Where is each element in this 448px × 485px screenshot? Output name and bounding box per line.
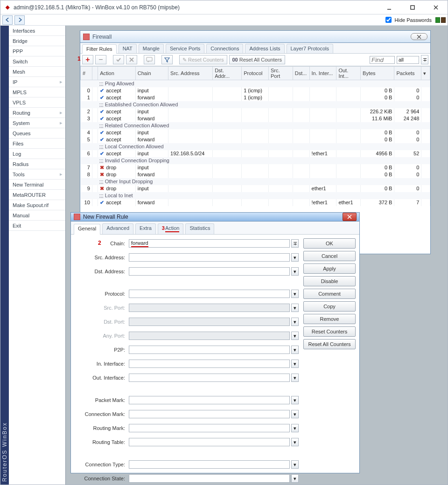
table-row[interactable]: 10✔acceptforward!ether1ether1372 B7	[81, 199, 430, 206]
column-header[interactable]: Src. Port	[269, 67, 293, 80]
tab-service-ports[interactable]: Service Ports	[166, 44, 204, 53]
table-comment-row[interactable]: ;;; Invalid Connection Dropping	[81, 157, 430, 164]
table-comment-row[interactable]: ;;; Established Connection Allowed	[81, 101, 430, 108]
sidebar-item-interfaces[interactable]: Interfaces	[9, 26, 65, 36]
sidebar-item-system[interactable]: System▸	[9, 118, 65, 128]
remove-button[interactable]: Remove	[303, 314, 356, 324]
input-out-interface[interactable]	[129, 374, 290, 382]
sidebar-item-exit[interactable]: Exit	[9, 221, 65, 231]
routing-mark-expand[interactable]: ▾	[291, 424, 299, 432]
table-comment-row[interactable]: ;;; Local to Inet	[81, 192, 430, 199]
tab-nat[interactable]: NAT	[119, 44, 137, 53]
input-connection-type[interactable]	[129, 460, 290, 469]
sidebar-item-new-terminal[interactable]: New Terminal	[9, 180, 65, 190]
ok-button[interactable]: OK	[303, 238, 356, 249]
reset-all-counters-button[interactable]: Reset All Counters	[303, 339, 356, 349]
reset-all-counters-button[interactable]: 00 Reset All Counters	[229, 55, 285, 64]
p2p-expand[interactable]: ▾	[291, 346, 299, 354]
column-header[interactable]: #	[81, 67, 92, 80]
tab-general[interactable]: General	[74, 224, 100, 235]
comment-button[interactable]: Comment	[303, 289, 356, 299]
maximize-button[interactable]	[405, 2, 420, 13]
enable-button[interactable]	[113, 55, 124, 64]
dst-address-expand[interactable]: ▾	[291, 267, 299, 276]
input-routing-mark[interactable]	[129, 424, 290, 432]
filter-dropdown[interactable]: all	[397, 56, 419, 64]
tab-advanced[interactable]: Advanced	[102, 223, 133, 234]
add-button[interactable]: +	[82, 55, 93, 64]
sidebar-item-make-supout-rif[interactable]: Make Supout.rif	[9, 200, 65, 210]
sidebar-item-log[interactable]: Log	[9, 149, 65, 159]
column-header[interactable]: Protocol	[242, 67, 269, 80]
table-row[interactable]: 4✔acceptinput0 B0	[81, 129, 430, 136]
connection-mark-expand[interactable]: ▾	[291, 410, 299, 418]
protocol-expand[interactable]: ▾	[291, 290, 299, 298]
in-interface-expand[interactable]: ▾	[291, 360, 299, 368]
tab-mangle[interactable]: Mangle	[139, 44, 164, 53]
sidebar-item-mpls[interactable]: MPLS	[9, 87, 65, 97]
table-row[interactable]: 8✖dropforward0 B0	[81, 171, 430, 178]
sidebar-item-manual[interactable]: Manual	[9, 210, 65, 221]
tab-filter-rules[interactable]: Filter Rules	[82, 44, 117, 54]
input-connection-state[interactable]	[129, 474, 290, 483]
table-row[interactable]: 9✖dropinputether10 B0	[81, 185, 430, 192]
sidebar-item-files[interactable]: Files	[9, 139, 65, 149]
column-options[interactable]: ▾	[421, 67, 430, 80]
column-header[interactable]: Chain	[135, 67, 168, 80]
column-header[interactable]	[92, 67, 98, 80]
src-address-expand[interactable]: ▾	[291, 253, 299, 262]
sidebar-item-queues[interactable]: Queues	[9, 128, 65, 139]
filter-button[interactable]	[161, 55, 173, 64]
comment-button[interactable]	[144, 55, 155, 64]
disable-button[interactable]	[126, 55, 137, 64]
out-interface-expand[interactable]: ▾	[291, 374, 299, 382]
minimize-button[interactable]	[381, 2, 397, 13]
dst-port-expand[interactable]: ▾	[291, 318, 299, 326]
table-comment-row[interactable]: ;;; Related Connection Allowed	[81, 122, 430, 129]
chain-dropdown-button[interactable]: ∓	[291, 239, 299, 248]
input-connection-mark[interactable]	[129, 410, 290, 418]
input-in-interface[interactable]	[129, 360, 290, 368]
table-comment-row[interactable]: ;;; Ping Allowed	[81, 80, 430, 87]
tab-address-lists[interactable]: Address Lists	[245, 44, 284, 53]
column-header[interactable]: In. Inter...	[309, 67, 336, 80]
column-header[interactable]: Action	[98, 67, 136, 80]
input-protocol[interactable]	[129, 290, 290, 298]
column-header[interactable]: Dst...	[293, 67, 309, 80]
sidebar-item-mesh[interactable]: Mesh	[9, 67, 65, 77]
sidebar-item-tools[interactable]: Tools▸	[9, 169, 65, 180]
firewall-titlebar[interactable]: Firewall	[80, 31, 430, 43]
undo-button[interactable]	[2, 15, 13, 25]
column-header[interactable]: Src. Address	[168, 67, 213, 80]
tab-layer7-protocols[interactable]: Layer7 Protocols	[287, 44, 334, 53]
table-row[interactable]: 6✔acceptinput192.168.5.0/24!ether14956 B…	[81, 150, 430, 157]
sidebar-item-vpls[interactable]: VPLS	[9, 97, 65, 108]
redo-button[interactable]	[14, 15, 25, 25]
input-src-address[interactable]	[129, 253, 290, 262]
hide-passwords-checkbox[interactable]	[385, 17, 392, 23]
column-header[interactable]: Dst. Addr...	[213, 67, 242, 80]
cancel-button[interactable]: Cancel	[303, 251, 356, 261]
table-row[interactable]: 2✔acceptinput226.2 KiB2 964	[81, 108, 430, 115]
column-header[interactable]: Packets	[394, 67, 421, 80]
src-port-expand[interactable]: ▾	[291, 304, 299, 312]
column-header[interactable]: Out. Int...	[336, 67, 361, 80]
sidebar-item-switch[interactable]: Switch	[9, 56, 65, 67]
connection-state-expand[interactable]: ▾	[291, 474, 299, 483]
hide-passwords[interactable]: Hide Passwords	[384, 15, 432, 24]
table-row[interactable]: 7✖dropinput0 B0	[81, 164, 430, 171]
new-rule-titlebar[interactable]: New Firewall Rule	[71, 213, 359, 222]
tab-connections[interactable]: Connections	[206, 44, 243, 53]
remove-button[interactable]: −	[95, 55, 106, 64]
table-row[interactable]: 5✔acceptforward0 B0	[81, 136, 430, 143]
reset-counters-button[interactable]: ✎ Reset Counters	[179, 55, 227, 64]
packet-mark-expand[interactable]: ▾	[291, 396, 299, 404]
input-routing-table[interactable]	[129, 438, 290, 446]
tab-extra[interactable]: Extra	[135, 223, 156, 234]
input-dst-address[interactable]	[129, 267, 290, 276]
column-header[interactable]: Bytes	[361, 67, 394, 80]
sidebar-item-metarouter[interactable]: MetaROUTER	[9, 190, 65, 200]
table-row[interactable]: 1✔acceptforward1 (icmp)0 B0	[81, 94, 430, 101]
sidebar-item-routing[interactable]: Routing▸	[9, 108, 65, 118]
tab-statistics[interactable]: Statistics	[185, 223, 214, 234]
